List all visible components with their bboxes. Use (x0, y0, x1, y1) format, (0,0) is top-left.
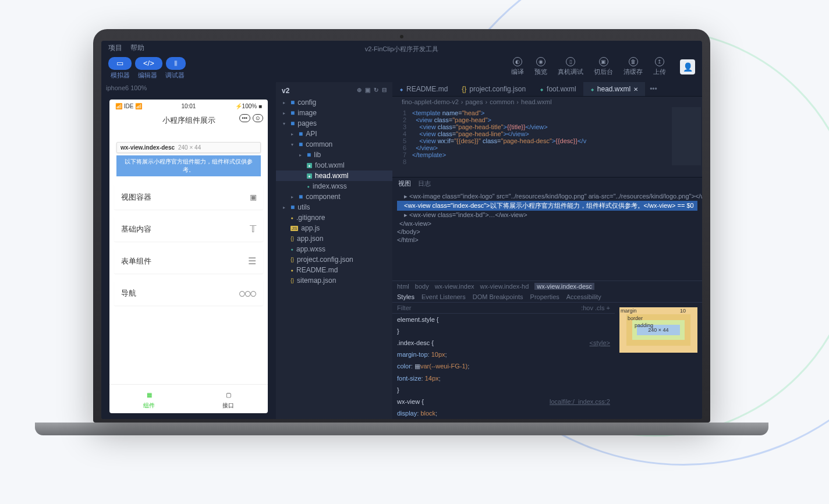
tab-readme[interactable]: ⬥README.md (392, 82, 455, 96)
tab-project-config[interactable]: {}project.config.json (455, 82, 533, 96)
switch-icon: ▣ (599, 57, 608, 66)
file-foot-wxml[interactable]: ⬥foot.wxml (276, 160, 392, 171)
file-app-json[interactable]: {}app.json (276, 233, 392, 244)
styles-panel[interactable]: Filter:hov .cls + element.style { } <sty… (392, 303, 615, 419)
compile-icon: ◐ (513, 57, 522, 66)
more-tabs-icon[interactable]: ••• (645, 82, 662, 96)
phone-preview: 📶 IDE 📶 10:01 ⚡100% ■ 小程序组件展示 •••⊙ wx-vi… (109, 100, 268, 413)
list-item[interactable]: 表单组件☰ (114, 249, 263, 274)
camera-dot (400, 35, 403, 38)
folder-pages[interactable]: ▾■pages (276, 118, 392, 129)
file-head-wxml[interactable]: ⬥head.wxml (276, 171, 392, 181)
dom-breakpoints-tab[interactable]: DOM Breakpoints (473, 293, 523, 300)
close-tab-icon[interactable]: ✕ (633, 86, 638, 93)
window-title: v2-FinClip小程序开发工具 (101, 45, 702, 54)
file-project-config[interactable]: {}project.config.json (276, 254, 392, 265)
refresh-icon[interactable]: ↻ (374, 87, 378, 95)
devtools: 视图日志 ▸ <wx-image class="index-logo" src=… (392, 177, 702, 419)
background-button[interactable]: ▣切后台 (594, 57, 613, 76)
compile-button[interactable]: ◐编译 (511, 57, 524, 76)
list-item[interactable]: 基础内容𝕋 (114, 216, 263, 242)
trash-icon: 🗑 (629, 57, 638, 66)
folder-api[interactable]: ▸■API (276, 129, 392, 139)
breadcrumb: fino-applet-demo-v2›pages›common›head.wx… (392, 97, 702, 107)
folder-component[interactable]: ▸■component (276, 191, 392, 202)
folder-config[interactable]: ▸■config (276, 97, 392, 108)
styles-tab[interactable]: Styles (397, 293, 414, 300)
mode-debugger-button[interactable]: ⫴ (166, 57, 186, 70)
filter-input[interactable]: Filter (397, 304, 411, 311)
grid-icon: ▦ (113, 388, 185, 402)
project-root[interactable]: v2 (282, 87, 289, 95)
devtools-tab-elements[interactable]: 视图 (398, 179, 411, 188)
file-index-wxss[interactable]: ⬥index.wxss (276, 181, 392, 191)
tab-components[interactable]: ▦组件 (109, 385, 189, 413)
clear-cache-button[interactable]: 🗑清缓存 (623, 57, 643, 76)
collapse-icon[interactable]: ⊟ (382, 87, 387, 95)
file-app-js[interactable]: JSapp.js (276, 223, 392, 233)
code-editor[interactable]: 1<template name="head"> 2 <view class="p… (392, 107, 702, 177)
folder-utils[interactable]: ▸■utils (276, 202, 392, 212)
editor-tabs: ⬥README.md {}project.config.json ⬥foot.w… (392, 82, 702, 97)
status-signal: 📶 IDE 📶 (115, 103, 142, 109)
status-battery: ⚡100% ■ (235, 103, 262, 109)
devtools-tab-console[interactable]: 日志 (418, 179, 431, 188)
eye-icon: ◉ (536, 57, 545, 66)
mode-editor-button[interactable]: </> (135, 57, 162, 70)
highlighted-element: 以下将展示小程序官方组件能力，组件样式仅供参考。 (116, 155, 261, 176)
editor-panel: ⬥README.md {}project.config.json ⬥foot.w… (392, 82, 702, 419)
toolbar: ▭ </> ⫴ 模拟器 编辑器 调试器 ◐编译 ◉预览 ▯真机调试 ▣切后台 🗑… (101, 54, 702, 82)
file-gitignore[interactable]: ⬥.gitignore (276, 212, 392, 223)
file-app-wxss[interactable]: ⬥app.wxss (276, 244, 392, 254)
list-icon: ☰ (248, 255, 256, 267)
mode-simulator-button[interactable]: ▭ (108, 57, 132, 70)
page-title: 小程序组件展示 •••⊙ (109, 113, 268, 128)
capsule-menu-icon[interactable]: ••• (239, 114, 250, 122)
file-sitemap[interactable]: {}sitemap.json (276, 275, 392, 286)
simulator-panel: iphone6 100% 📶 IDE 📶 10:01 ⚡100% ■ 小程序组件… (101, 82, 276, 419)
avatar[interactable]: 👤 (680, 59, 695, 74)
dots-icon: ○○○ (239, 288, 256, 299)
laptop-frame: 项目 帮助 v2-FinClip小程序开发工具 ▭ </> ⫴ 模拟器 编辑器 … (93, 29, 710, 435)
capsule-close-icon[interactable]: ⊙ (253, 114, 263, 122)
accessibility-tab[interactable]: Accessibility (566, 293, 601, 300)
new-folder-icon[interactable]: ▣ (365, 87, 370, 95)
list-item[interactable]: 导航○○○ (114, 281, 263, 306)
preview-button[interactable]: ◉预览 (534, 57, 547, 76)
remote-debug-button[interactable]: ▯真机调试 (558, 57, 583, 76)
folder-common[interactable]: ▾■common (276, 139, 392, 150)
file-explorer: v2 ⊕▣↻⊟ ▸■config ▸■image ▾■pages ▸■API ▾… (276, 82, 392, 419)
mode-simulator-label: 模拟器 (111, 71, 130, 80)
tab-foot-wxml[interactable]: ⬥foot.wxml (533, 82, 583, 96)
box-model: margin 10 border padding 240 × 44 (615, 303, 702, 372)
new-file-icon[interactable]: ⊕ (357, 87, 362, 95)
file-readme[interactable]: ⬥README.md (276, 265, 392, 275)
box-icon: ▣ (250, 191, 256, 203)
ide-window: 项目 帮助 v2-FinClip小程序开发工具 ▭ </> ⫴ 模拟器 编辑器 … (101, 41, 702, 419)
text-icon: 𝕋 (250, 223, 256, 235)
elements-tree[interactable]: ▸ <wx-image class="index-logo" src="../r… (392, 190, 702, 281)
folder-image[interactable]: ▸■image (276, 108, 392, 118)
tab-api[interactable]: ▢接口 (189, 385, 268, 413)
chip-icon: ▢ (192, 388, 264, 402)
tab-head-wxml[interactable]: ⬥head.wxml✕ (583, 82, 645, 96)
minimap[interactable] (672, 107, 701, 165)
properties-tab[interactable]: Properties (530, 293, 559, 300)
mode-editor-label: 编辑器 (138, 71, 157, 80)
status-time: 10:01 (181, 103, 196, 109)
list-item[interactable]: 视图容器▣ (114, 184, 263, 210)
folder-lib[interactable]: ▸■lib (276, 150, 392, 160)
mode-debugger-label: 调试器 (165, 71, 185, 80)
upload-button[interactable]: ↥上传 (653, 57, 666, 76)
device-label: iphone6 100% (101, 82, 276, 94)
elements-breadcrumb: html body wx-view.index wx-view.index-hd… (392, 281, 702, 292)
upload-icon: ↥ (655, 57, 664, 66)
inspect-tooltip: wx-view.index-desc240 × 44 (116, 142, 261, 153)
event-listeners-tab[interactable]: Event Listeners (421, 293, 466, 300)
phone-icon: ▯ (566, 57, 575, 66)
laptop-base (35, 423, 768, 435)
